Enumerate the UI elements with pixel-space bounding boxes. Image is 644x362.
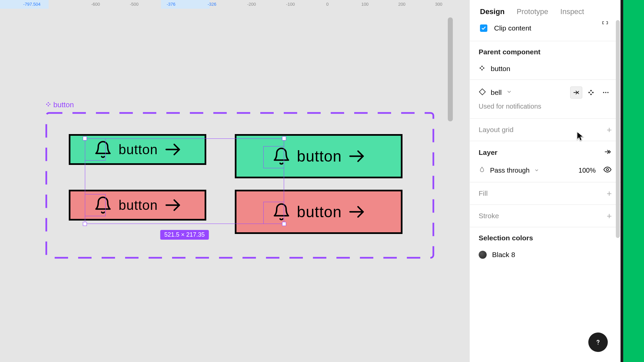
variant-label: button	[297, 147, 342, 165]
layer-heading: Layer	[479, 148, 497, 157]
visibility-toggle[interactable]	[603, 165, 612, 175]
color-swatch[interactable]	[479, 251, 487, 259]
variant-button-red-large[interactable]: button	[235, 190, 402, 234]
blend-mode-select[interactable]: Pass through	[490, 167, 530, 174]
selection-handle[interactable]	[83, 222, 87, 226]
ruler-tick: -500	[130, 0, 139, 9]
ruler-tick: 200	[398, 0, 406, 9]
svg-rect-5	[479, 89, 485, 95]
chevron-down-icon[interactable]	[534, 167, 539, 174]
clip-content-checkbox[interactable]	[480, 24, 487, 32]
stroke-label: Stroke	[479, 212, 499, 220]
selection-handle[interactable]	[282, 136, 286, 140]
variant-button-green-small[interactable]: button	[69, 134, 206, 165]
svg-point-7	[605, 92, 606, 93]
component-frame[interactable]: button button button	[45, 112, 434, 259]
canvas-scrollbar[interactable]	[448, 17, 453, 121]
ruler-tick: -376	[167, 0, 175, 9]
help-button[interactable]	[588, 333, 608, 352]
component-icon	[479, 65, 485, 73]
color-name[interactable]: Black 8	[492, 251, 515, 259]
inspector-tabs: Design Prototype Inspect	[470, 0, 621, 24]
frame-fit-icon[interactable]	[602, 20, 608, 26]
add-fill-button[interactable]: +	[607, 189, 612, 198]
component-frame-label[interactable]: button	[45, 101, 74, 109]
variant-label: button	[118, 142, 158, 157]
clip-content-label: Clip content	[494, 24, 531, 32]
ruler-tick: -326	[208, 0, 216, 9]
fill-label: Fill	[479, 189, 488, 197]
variant-icon	[479, 88, 486, 97]
tab-prototype[interactable]: Prototype	[517, 7, 548, 16]
variant-button-green-large[interactable]: button	[235, 134, 402, 178]
svg-point-6	[603, 92, 604, 93]
add-stroke-button[interactable]: +	[607, 212, 612, 220]
parent-component-heading: Parent component	[479, 48, 612, 56]
svg-point-9	[606, 169, 609, 171]
selection-size-badge: 521.5 × 217.35	[160, 230, 209, 240]
variant-label: button	[118, 198, 158, 213]
blend-mode-icon	[479, 166, 485, 175]
component-frame-name: button	[53, 101, 74, 109]
variant-label: button	[297, 203, 342, 221]
more-options-button[interactable]	[600, 86, 612, 99]
ruler-tick: -797.504	[23, 0, 40, 9]
bell-icon	[272, 147, 291, 166]
parent-component-name[interactable]: button	[491, 65, 510, 73]
add-layout-grid-button[interactable]: +	[607, 125, 612, 134]
arrow-right-icon	[348, 203, 365, 221]
svg-point-8	[607, 92, 609, 93]
tab-design[interactable]: Design	[480, 7, 504, 16]
ruler-tick: 0	[326, 0, 328, 9]
clip-content-row: Clip content	[470, 24, 621, 41]
ruler-tick: -100	[286, 0, 295, 9]
variant-button-red-small[interactable]: button	[69, 190, 206, 221]
go-to-main-component-button[interactable]	[570, 86, 582, 99]
bell-icon	[94, 140, 112, 159]
variant-name[interactable]: bell	[491, 88, 502, 97]
svg-point-10	[598, 344, 598, 345]
section-parent-component: Parent component button	[470, 41, 621, 79]
section-selection-colors: Selection colors Black 8	[470, 227, 621, 265]
ruler-tick: 300	[435, 0, 442, 9]
layout-grid-label: Layout grid	[479, 126, 514, 134]
bell-icon	[94, 196, 112, 215]
section-fill: Fill +	[470, 182, 621, 204]
ruler-tick: -600	[91, 0, 100, 9]
selection-colors-heading: Selection colors	[479, 234, 612, 242]
opacity-input[interactable]: 100%	[579, 167, 596, 174]
variant-description: Used for notifications	[479, 99, 612, 112]
ruler-tick: 100	[361, 0, 369, 9]
selection-handle[interactable]	[282, 222, 286, 226]
layer-style-icon[interactable]	[604, 148, 612, 157]
section-variant: bell	[470, 79, 621, 118]
ruler[interactable]: -797.504 -600 -500 -376 -326 -200 -100 0…	[0, 0, 445, 9]
section-layout-grid: Layout grid +	[470, 118, 621, 141]
arrow-right-icon	[164, 141, 181, 158]
section-stroke: Stroke +	[470, 204, 621, 227]
arrow-right-icon	[348, 147, 365, 165]
bell-icon	[272, 202, 291, 221]
inspector-scrollbar[interactable]	[616, 20, 620, 238]
panel-edge	[621, 0, 623, 362]
selection-handle[interactable]	[83, 136, 87, 140]
detach-instance-button[interactable]	[585, 86, 597, 99]
inspector-panel: Design Prototype Inspect Clip content Pa…	[470, 0, 621, 362]
component-set-icon	[45, 101, 51, 109]
ruler-tick: -200	[247, 0, 256, 9]
tab-inspect[interactable]: Inspect	[560, 7, 584, 16]
chevron-down-icon[interactable]	[506, 89, 512, 96]
section-layer: Layer Pass through	[470, 141, 621, 182]
canvas[interactable]: -797.504 -600 -500 -376 -326 -200 -100 0…	[0, 0, 470, 362]
outside-green-region	[623, 0, 644, 362]
arrow-right-icon	[164, 196, 181, 214]
